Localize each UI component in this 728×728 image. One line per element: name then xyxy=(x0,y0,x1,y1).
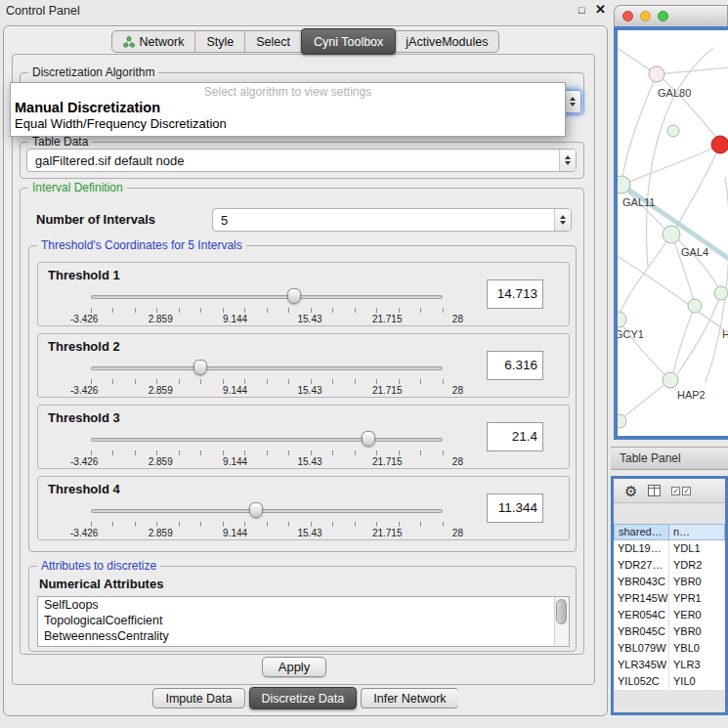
threshold-1-slider[interactable] xyxy=(91,288,443,306)
tab-network[interactable]: Network xyxy=(112,31,196,52)
panel-title: Control Panel xyxy=(6,4,80,18)
table-cell: YBL0 xyxy=(669,640,725,657)
select-columns-icon[interactable]: ✓ ✓ xyxy=(671,487,691,495)
network-node[interactable] xyxy=(663,226,680,243)
slider-ticks xyxy=(91,379,444,384)
tab-style[interactable]: Style xyxy=(195,31,245,52)
table-row[interactable]: YDR27… YDR2 xyxy=(614,557,725,574)
slider-thumb[interactable] xyxy=(287,288,301,304)
tab-discretize-data[interactable]: Discretize Data xyxy=(249,687,358,709)
tab-jactivemodules[interactable]: jActiveModules xyxy=(395,31,498,52)
table-cell: YBR045C xyxy=(614,623,669,640)
network-node[interactable] xyxy=(688,299,702,313)
scale-label: -3.426 xyxy=(70,385,98,396)
threshold-1-value-field[interactable]: 14.713 xyxy=(487,279,543,309)
tab-impute-data[interactable]: Impute Data xyxy=(152,688,244,708)
tab-cyni-toolbox[interactable]: Cyni Toolbox xyxy=(301,28,396,55)
table-panel-header[interactable]: Table Panel xyxy=(611,447,728,470)
threshold-2-slider[interactable] xyxy=(91,360,443,377)
table-cell: YDR27… xyxy=(614,557,669,574)
slider-thumb[interactable] xyxy=(362,431,375,447)
table-row[interactable]: YLR345W YLR3 xyxy=(614,657,725,673)
table-toolbar: ⚙ ✓ ✓ xyxy=(614,479,725,503)
number-of-intervals-select[interactable]: 5 xyxy=(212,208,572,232)
combo-stepper-icon[interactable] xyxy=(554,209,571,231)
threshold-4-slider[interactable] xyxy=(91,502,443,520)
table-toolbar-spacer xyxy=(614,503,725,524)
list-scrollbar[interactable] xyxy=(554,597,569,646)
scale-label: 2.859 xyxy=(149,456,173,467)
scrollbar-thumb[interactable] xyxy=(556,599,567,624)
list-item[interactable]: TopologicalCoefficient xyxy=(38,613,569,628)
top-tab-bar: Network Style Select Cyni Toolbox jActiv… xyxy=(3,30,608,53)
scale-label: 21.715 xyxy=(372,456,403,467)
bottom-tab-group: Impute Data Discretize Data Infer Networ… xyxy=(152,687,457,709)
network-node[interactable] xyxy=(649,66,664,82)
apply-button[interactable]: Apply xyxy=(262,657,326,677)
network-node[interactable] xyxy=(618,176,630,193)
threshold-3-label: Threshold 3 xyxy=(48,410,120,425)
combo-stepper-icon[interactable] xyxy=(559,150,576,171)
minimize-traffic-light-icon[interactable] xyxy=(640,11,651,21)
network-node-red[interactable] xyxy=(711,136,728,153)
float-window-icon[interactable]: □ xyxy=(578,4,585,16)
slider-track[interactable] xyxy=(91,509,443,513)
scale-label: 9.144 xyxy=(223,456,247,467)
list-item[interactable]: BetweennessCentrality xyxy=(38,628,569,644)
close-icon[interactable]: ✕ xyxy=(595,2,606,17)
column-header-shared-name[interactable]: shared… xyxy=(614,524,669,540)
group-attributes: Attributes to discretize Numerical Attri… xyxy=(28,566,577,652)
threshold-3-slider[interactable] xyxy=(91,431,443,449)
slider-track[interactable] xyxy=(91,295,443,299)
numerical-attributes-list[interactable]: SelfLoopsTopologicalCoefficientBetweenne… xyxy=(37,596,570,647)
list-item[interactable]: SelfLoops xyxy=(38,597,569,613)
network-node[interactable] xyxy=(667,125,679,137)
slider-track[interactable] xyxy=(91,366,443,370)
threshold-3-value-field[interactable]: 21.4 xyxy=(487,422,543,451)
tab-label: jActiveModules xyxy=(406,35,488,49)
table-rows: YDL19… YDL1 YDR27… YDR2 YBR043C YBR0 YPR… xyxy=(614,540,725,690)
gear-icon[interactable]: ⚙ xyxy=(624,484,637,498)
scale-label: 21.715 xyxy=(372,385,403,396)
network-node[interactable] xyxy=(618,312,626,327)
tab-infer-network[interactable]: Infer Network xyxy=(361,688,457,708)
algorithm-dropdown-popup: Select algorithm to view settings Manual… xyxy=(10,82,566,137)
node-label: GCY1 xyxy=(618,328,644,340)
close-traffic-light-icon[interactable] xyxy=(622,11,633,21)
table-row[interactable]: YBR045C YBR0 xyxy=(614,623,725,640)
network-window-titlebar[interactable] xyxy=(614,5,728,26)
slider-track[interactable] xyxy=(91,438,443,442)
tab-select[interactable]: Select xyxy=(245,31,302,52)
column-header-name[interactable]: n… xyxy=(669,524,725,540)
table-row[interactable]: YER054C YER0 xyxy=(614,607,725,623)
zoom-traffic-light-icon[interactable] xyxy=(658,11,668,21)
network-node[interactable] xyxy=(618,414,626,428)
combo-stepper-icon[interactable] xyxy=(564,91,580,112)
network-canvas[interactable]: GAL80 GAL11 GAL4 GCY1 HAP2 H xyxy=(618,30,728,436)
network-node[interactable] xyxy=(714,286,728,300)
network-node[interactable] xyxy=(663,372,678,388)
dropdown-option-manual-discretization[interactable]: Manual Discretization xyxy=(11,100,565,116)
table-row[interactable]: YIL052C YIL0 xyxy=(614,673,725,690)
columns-icon[interactable] xyxy=(648,485,661,496)
threshold-2-label: Threshold 2 xyxy=(48,339,120,354)
threshold-2-value-field[interactable]: 6.316 xyxy=(487,351,543,380)
table-row[interactable]: YPR145W YPR1 xyxy=(614,590,725,607)
table-row[interactable]: YBR043C YBR0 xyxy=(614,574,725,590)
checkbox-icon: ✓ xyxy=(671,487,680,495)
threshold-4-value-field[interactable]: 11.344 xyxy=(487,493,543,523)
table-cell: YPR145W xyxy=(614,590,669,607)
threshold-4-panel: Threshold 4 11.344 -3.426 2.859 9.144 15… xyxy=(37,476,570,540)
tab-label: Style xyxy=(206,35,234,49)
table-row[interactable]: YBL079W YBL0 xyxy=(614,640,725,657)
slider-thumb[interactable] xyxy=(193,360,207,375)
table-panel-window: ⚙ ✓ ✓ shared… n… YDL19… YDL1 YDR27… xyxy=(611,476,728,715)
slider-thumb[interactable] xyxy=(249,502,263,518)
number-of-intervals-label: Number of Intervals xyxy=(36,212,155,227)
dropdown-option-equal-width-frequency[interactable]: Equal Width/Frequency Discretization xyxy=(11,116,565,132)
group-title-attributes: Attributes to discretize xyxy=(37,559,160,573)
table-row[interactable]: YDL19… YDL1 xyxy=(614,540,725,557)
table-data-select[interactable]: galFiltered.sif default node xyxy=(26,149,577,172)
table-cell: YBL079W xyxy=(614,640,669,657)
group-thresholds: Threshold's Coordinates for 5 Intervals … xyxy=(28,245,577,552)
